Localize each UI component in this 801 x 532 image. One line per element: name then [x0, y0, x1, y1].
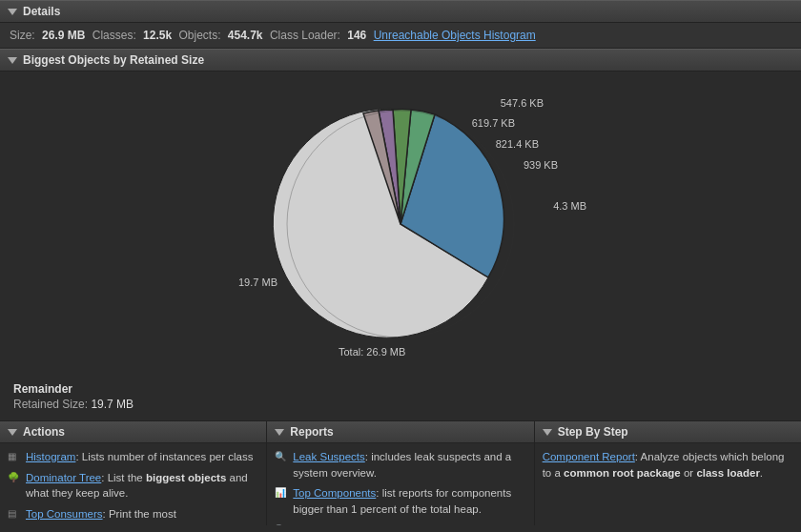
histogram-action-link[interactable]: Histogram [26, 451, 75, 462]
topcomponents-link[interactable]: Top Components [293, 487, 376, 499]
bigobj-header: Biggest Objects by Retained Size [0, 49, 801, 72]
actions-item-domtree: 🌳 Dominator Tree: List the biggest objec… [8, 470, 258, 501]
leaksuspects-link[interactable]: Leak Suspects [293, 451, 364, 462]
domtree-action-link[interactable]: Dominator Tree [26, 472, 101, 483]
remainder-info: Remainder Retained Size: 19.7 MB [0, 377, 801, 420]
reports-toggle-icon[interactable] [275, 429, 284, 436]
snapshotcomp-link[interactable]: Leak Suspects by Snapshot Comparison [293, 524, 491, 525]
actions-title: Actions [23, 425, 65, 439]
actions-content: ▦ Histogram: Lists number of instances p… [0, 443, 266, 525]
reports-item-leaksuspects: 🔍 Leak Suspects: includes leak suspects … [275, 449, 525, 481]
label-5476kb: 547.6 KB [501, 97, 544, 109]
size-label: Size: [10, 29, 35, 42]
remainder-title: Remainder [13, 382, 788, 396]
details-toggle-icon[interactable] [8, 9, 17, 15]
domtree-icon: 🌳 [8, 471, 21, 484]
actions-item-histogram: ▦ Histogram: Lists number of instances p… [8, 449, 258, 465]
remainder-label: Retained Size: [13, 398, 88, 411]
histogram-icon: ▦ [8, 450, 21, 463]
bigobj-title: Biggest Objects by Retained Size [23, 53, 204, 67]
pie-container: 19.7 MB Total: 26.9 MB 4.3 MB 939 KB 821… [248, 91, 553, 358]
pie-chart-svg [248, 91, 553, 358]
objects-label: Objects: [178, 29, 220, 42]
topconsumers-icon: ▤ [8, 507, 21, 521]
reports-content: 🔍 Leak Suspects: includes leak suspects … [267, 443, 533, 525]
stepbystep-content: Component Report: Analyze objects which … [535, 443, 801, 486]
reports-item-snapshotcomp: 🔍 Leak Suspects by Snapshot Comparison: … [275, 522, 525, 525]
size-value: 26.9 MB [42, 29, 85, 42]
label-8214kb: 821.4 KB [496, 138, 539, 150]
remainder-size-line: Retained Size: 19.7 MB [13, 398, 788, 411]
label-43mb: 4.3 MB [553, 200, 586, 212]
bottom-panels: Actions ▦ Histogram: Lists number of ins… [0, 420, 801, 525]
topcomponents-icon: 📊 [275, 486, 288, 500]
component-report-link[interactable]: Component Report [543, 451, 635, 462]
stepbystep-title: Step By Step [558, 425, 628, 439]
actions-item-topconsumers: ▤ Top Consumers: Print the most [8, 506, 258, 522]
leaksuspects-icon: 🔍 [275, 450, 288, 463]
topconsumers-action-link[interactable]: Top Consumers [26, 508, 103, 520]
reports-item-topcomponents: 📊 Top Components: list reports for compo… [275, 485, 525, 517]
stepbystep-toggle-icon[interactable] [543, 429, 552, 436]
snapshotcomp-icon: 🔍 [275, 523, 288, 525]
actions-panel: Actions ▦ Histogram: Lists number of ins… [0, 421, 267, 525]
classloader-value: 146 [347, 29, 366, 42]
classes-value: 12.5k [143, 29, 172, 42]
details-header: Details [0, 0, 801, 23]
details-title: Details [23, 5, 60, 18]
bigobj-toggle-icon[interactable] [8, 57, 17, 64]
remainder-value: 19.7 MB [91, 398, 134, 411]
reports-panel: Reports 🔍 Leak Suspects: includes leak s… [267, 421, 534, 525]
label-939kb: 939 KB [524, 159, 558, 171]
details-bar: Size: 26.9 MB Classes: 12.5k Objects: 45… [0, 23, 801, 49]
reports-title: Reports [290, 425, 333, 439]
classes-label: Classes: [92, 29, 136, 42]
reports-header: Reports [267, 421, 533, 443]
stepbystep-header: Step By Step [535, 421, 801, 443]
actions-toggle-icon[interactable] [8, 429, 17, 436]
stepbystep-panel: Step By Step Component Report: Analyze o… [535, 421, 801, 525]
histogram-link[interactable]: Unreachable Objects Histogram [374, 29, 536, 42]
actions-header: Actions [0, 421, 266, 443]
label-197mb: 19.7 MB [238, 276, 277, 288]
chart-area: 19.7 MB Total: 26.9 MB 4.3 MB 939 KB 821… [0, 72, 801, 377]
label-total: Total: 26.9 MB [339, 346, 405, 358]
objects-value: 454.7k [228, 29, 263, 42]
classloader-label: Class Loader: [270, 29, 340, 42]
label-6197kb: 619.7 KB [472, 117, 515, 129]
